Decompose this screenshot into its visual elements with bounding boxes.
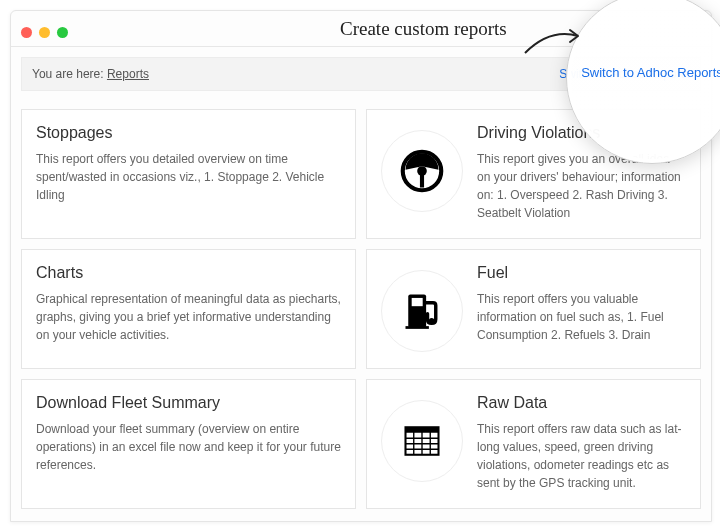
window-maximize-icon[interactable] xyxy=(57,27,68,38)
card-raw-data[interactable]: Raw Data This report offers raw data suc… xyxy=(366,379,701,509)
card-desc: This report offers raw data such as lat-… xyxy=(477,420,686,492)
card-download-fleet-summary[interactable]: Download Fleet Summary Download your fle… xyxy=(21,379,356,509)
breadcrumb-prefix: You are here: xyxy=(32,67,107,81)
card-title: Stoppages xyxy=(36,124,341,142)
card-title: Charts xyxy=(36,264,341,282)
card-charts[interactable]: Charts Graphical representation of meani… xyxy=(21,249,356,369)
app-window: You are here: Reports Switch to Adhoc Re… xyxy=(10,10,712,522)
switch-to-adhoc-link[interactable]: Switch to Adhoc Reports xyxy=(559,67,690,81)
card-icon-wrap xyxy=(381,130,463,212)
card-desc: This report gives you an overall idea on… xyxy=(477,150,686,222)
svg-rect-2 xyxy=(420,172,424,187)
svg-rect-5 xyxy=(406,326,429,329)
card-title: Raw Data xyxy=(477,394,686,412)
fuel-pump-icon xyxy=(400,289,444,333)
breadcrumb: You are here: Reports xyxy=(32,67,149,81)
card-title: Download Fleet Summary xyxy=(36,394,341,412)
card-fuel[interactable]: Fuel This report offers you valuable inf… xyxy=(366,249,701,369)
card-icon-wrap xyxy=(381,270,463,352)
svg-rect-4 xyxy=(412,298,423,306)
card-driving-violations[interactable]: Driving Violations This report gives you… xyxy=(366,109,701,239)
breadcrumb-link[interactable]: Reports xyxy=(107,67,149,81)
svg-point-6 xyxy=(429,318,435,324)
report-cards-grid: Stoppages This report offers you detaile… xyxy=(11,91,711,509)
breadcrumb-bar: You are here: Reports Switch to Adhoc Re… xyxy=(21,57,701,91)
window-titlebar xyxy=(11,11,711,47)
data-table-icon xyxy=(400,419,444,463)
window-close-icon[interactable] xyxy=(21,27,32,38)
card-desc: This report offers you valuable informat… xyxy=(477,290,686,344)
card-desc: Download your fleet summary (overview on… xyxy=(36,420,341,474)
window-minimize-icon[interactable] xyxy=(39,27,50,38)
card-desc: This report offers you detailed overview… xyxy=(36,150,341,204)
card-icon-wrap xyxy=(381,400,463,482)
card-title: Fuel xyxy=(477,264,686,282)
steering-wheel-icon xyxy=(400,149,444,193)
card-title: Driving Violations xyxy=(477,124,686,142)
card-desc: Graphical representation of meaningful d… xyxy=(36,290,341,344)
card-stoppages[interactable]: Stoppages This report offers you detaile… xyxy=(21,109,356,239)
